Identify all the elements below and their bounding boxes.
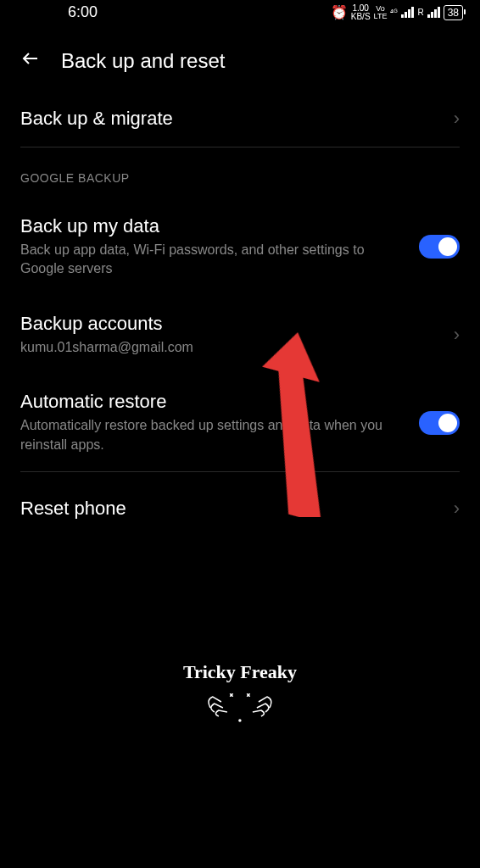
backup-data-item[interactable]: Back up my data Back up app data, Wi-Fi … — [0, 198, 480, 296]
volte-indicator: Vo LTE — [374, 5, 388, 20]
divider — [20, 471, 460, 472]
page-header: Back up and reset — [0, 28, 480, 91]
chevron-right-icon: › — [454, 108, 460, 130]
battery-icon: 38 — [444, 5, 463, 20]
section-header-google: GOOGLE BACKUP — [0, 147, 480, 198]
svg-point-2 — [231, 694, 232, 696]
auto-restore-item[interactable]: Automatic restore Automatically restore … — [0, 374, 480, 471]
page-title: Back up and reset — [61, 49, 225, 73]
roaming-indicator: R — [417, 8, 423, 17]
item-title: Automatic restore — [20, 391, 419, 413]
watermark-hands-icon — [183, 687, 297, 732]
backup-data-toggle[interactable] — [419, 235, 460, 259]
item-subtitle: Back up app data, Wi-Fi passwords, and o… — [20, 241, 419, 279]
reset-phone-item[interactable]: Reset phone › — [0, 481, 480, 537]
item-title: Backup accounts — [20, 313, 454, 335]
item-title: Back up my data — [20, 215, 419, 237]
item-subtitle: kumu.01sharma@gmail.com — [20, 338, 454, 357]
status-bar: 6:00 ⏰ 1.00 KB/S Vo LTE ⁴ᴳ R 38 — [0, 0, 480, 28]
backup-migrate-item[interactable]: Back up & migrate › — [0, 91, 480, 147]
chevron-right-icon: › — [454, 324, 460, 346]
network-type: ⁴ᴳ — [390, 8, 398, 17]
auto-restore-toggle[interactable] — [419, 411, 460, 435]
svg-point-3 — [248, 694, 249, 696]
toggle-knob — [438, 237, 457, 256]
backup-accounts-item[interactable]: Backup accounts kumu.01sharma@gmail.com … — [0, 296, 480, 374]
network-speed: 1.00 KB/S — [351, 4, 371, 21]
signal-icon — [401, 7, 414, 18]
item-title: Reset phone — [20, 498, 454, 520]
signal-icon-2 — [427, 7, 440, 18]
back-arrow-icon[interactable] — [20, 48, 41, 74]
status-indicators: ⏰ 1.00 KB/S Vo LTE ⁴ᴳ R 38 — [331, 4, 463, 21]
item-title: Back up & migrate — [20, 108, 454, 130]
alarm-icon: ⏰ — [331, 4, 348, 20]
watermark-text: Tricky Freaky — [183, 661, 297, 683]
chevron-right-icon: › — [454, 498, 460, 520]
svg-point-4 — [239, 720, 241, 721]
item-subtitle: Automatically restore backed up settings… — [20, 416, 419, 454]
status-time: 6:00 — [17, 3, 98, 21]
toggle-knob — [438, 414, 457, 432]
watermark: Tricky Freaky — [183, 661, 297, 732]
